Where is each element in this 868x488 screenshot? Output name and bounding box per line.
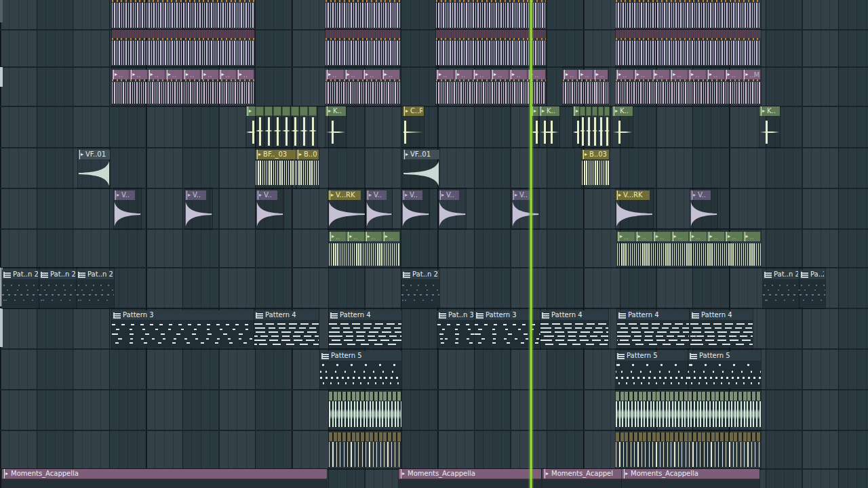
- pattern-clip[interactable]: Pat..n 2: [401, 268, 439, 308]
- audio-clip-icon: ▸: [744, 70, 748, 79]
- audio-clip-icon: ▸: [618, 232, 623, 241]
- clip-label: Pattern 5: [331, 351, 362, 361]
- pattern-clip[interactable]: Pattern 3: [112, 308, 254, 349]
- audio-clip-segment: ▸..: [491, 70, 509, 79]
- audio-clip[interactable]: ▸C..RK: [403, 106, 424, 147]
- pattern-clip[interactable]: Pattern 4: [329, 308, 401, 349]
- audio-clip[interactable]: ▸VF..01: [78, 148, 110, 188]
- clip-header: [326, 30, 400, 38]
- clip-header: ▸K..: [760, 106, 780, 116]
- audio-clip[interactable]: [616, 430, 761, 469]
- audio-clip-icon: ▸: [692, 190, 696, 200]
- audio-clip-icon: ▸: [167, 70, 171, 79]
- audio-clip[interactable]: [329, 390, 401, 430]
- audio-clip[interactable]: ▸..▸..▸..▸..▸..▸..▸..▸..: [617, 229, 761, 268]
- pattern-clip[interactable]: Pat..n 3: [437, 308, 475, 349]
- pattern-clip[interactable]: Pat..n 2: [2, 268, 39, 308]
- audio-clip[interactable]: [616, 390, 761, 430]
- audio-clip-segment: [282, 106, 291, 147]
- pattern-clip[interactable]: Pattern 4: [690, 308, 753, 349]
- audio-clip[interactable]: ▸VF..01: [403, 148, 439, 188]
- pattern-clip[interactable]: Pat..n 2: [39, 268, 77, 308]
- audio-clip-segment: ▸..: [707, 70, 725, 79]
- audio-clip[interactable]: [616, 0, 761, 29]
- audio-clip-icon: ▸: [579, 70, 583, 79]
- audio-clip[interactable]: ▸Moments_Acappella: [622, 469, 760, 488]
- audio-clip[interactable]: [256, 106, 317, 147]
- pattern-clip[interactable]: Pa..2: [800, 268, 825, 308]
- audio-clip[interactable]: ▸..▸..▸..▸..▸..▸..▸..▸..: [112, 67, 254, 106]
- audio-clip[interactable]: [112, 30, 254, 66]
- pattern-clip[interactable]: Pat..n 2: [763, 268, 800, 308]
- audio-clip-icon: ▸: [238, 70, 242, 79]
- audio-clip[interactable]: [326, 0, 400, 29]
- audio-clip[interactable]: ▸K..: [539, 106, 559, 147]
- audio-clip[interactable]: ▸: [573, 106, 580, 147]
- clip-header: Pattern 4: [254, 310, 319, 320]
- beat-ticks: [112, 0, 254, 2]
- pattern-clip[interactable]: Pattern 4: [617, 308, 689, 349]
- audio-clip[interactable]: [112, 0, 254, 29]
- audio-clip-icon: ▸: [368, 190, 372, 200]
- clip-header: Pattern 3: [112, 310, 254, 320]
- audio-clip[interactable]: ▸..▸..▸..▸..▸..▸..▸..▸..M: [616, 67, 761, 106]
- audio-clip[interactable]: ▸V...RK: [328, 188, 366, 229]
- waveform: [326, 3, 400, 28]
- audio-clip-segment: ▸..: [165, 70, 183, 79]
- audio-clip[interactable]: ▸B..03: [582, 148, 609, 188]
- pattern-clip[interactable]: Pattern 4: [254, 308, 319, 349]
- beat-ticks: [112, 38, 254, 40]
- audio-clip[interactable]: [329, 430, 401, 469]
- audio-clip[interactable]: ▸B..03: [296, 148, 319, 188]
- audio-clip[interactable]: ▸V...RK: [616, 188, 653, 229]
- pattern-clip[interactable]: Pattern 5: [616, 349, 688, 390]
- audio-clip[interactable]: ▸Moments_Acappel: [542, 469, 622, 488]
- audio-clip[interactable]: ▸V..: [439, 188, 466, 229]
- clip-header: Pat..n 2: [763, 270, 800, 279]
- clip-header: Pat..n 3: [437, 310, 475, 320]
- audio-clip[interactable]: ▸..▸..▸..▸..: [326, 67, 400, 106]
- audio-clip[interactable]: ▸V..: [402, 188, 429, 229]
- swell-waveform: [78, 161, 110, 186]
- audio-clip[interactable]: ▸V..: [512, 188, 539, 229]
- playhead[interactable]: [528, 0, 534, 488]
- clip-label: V...RK: [336, 190, 355, 200]
- audio-clip[interactable]: ▸Moments_Acappella: [399, 469, 541, 488]
- audio-clip[interactable]: ▸..▸..▸..: [563, 67, 608, 106]
- pattern-clip[interactable]: Pattern 5: [320, 349, 401, 390]
- audio-clip[interactable]: ▸V..: [185, 188, 212, 229]
- midi-notes: [763, 279, 800, 307]
- pattern-clip[interactable]: Pattern 4: [540, 308, 608, 349]
- audio-clip[interactable]: ▸K..: [760, 106, 780, 147]
- audio-clip-icon: ▸: [624, 469, 628, 479]
- audio-clip[interactable]: ▸K..: [612, 106, 633, 147]
- audio-clip[interactable]: ▸V..: [114, 188, 141, 229]
- audio-clip[interactable]: [580, 106, 610, 147]
- midi-notes: [540, 320, 608, 348]
- audio-clip[interactable]: ▸V..: [256, 188, 283, 229]
- audio-clip[interactable]: ▸V..: [366, 188, 392, 229]
- clip-label: Pa..2: [810, 270, 824, 279]
- audio-clip[interactable]: [326, 30, 400, 66]
- pattern-clip[interactable]: Pat..n 2: [77, 268, 114, 308]
- pattern-clip[interactable]: Pattern 5: [688, 349, 761, 390]
- clip-header: ▸V..: [690, 190, 711, 200]
- audio-clip[interactable]: ▸: [246, 106, 256, 147]
- audio-clip-icon: ▸: [614, 106, 618, 116]
- audio-clip-segment: ▸..: [329, 232, 347, 241]
- playlist-grid[interactable]: ▸..▸..▸..▸..▸..▸..▸..▸..▸..▸..▸..▸..▸..▸…: [0, 0, 868, 488]
- clip-header: Pat..n 2: [77, 270, 114, 279]
- clip-label: V..: [121, 190, 130, 200]
- audio-clip-segment: ▸..: [130, 70, 147, 79]
- audio-clip[interactable]: ▸V..: [690, 188, 717, 229]
- audio-clip[interactable]: ▸K..: [326, 106, 346, 147]
- clip-header: ▸B..03: [296, 150, 319, 159]
- audio-clip[interactable]: [616, 30, 761, 66]
- audio-clip[interactable]: ▸Moments_Acappella: [2, 469, 327, 488]
- audio-clip-icon: ▸: [364, 70, 368, 79]
- audio-clip[interactable]: ▸..▸..▸..▸..: [329, 229, 400, 268]
- audio-clip[interactable]: ▸BF.._03: [256, 148, 296, 188]
- clip-header: ▸..▸..▸..▸..▸..▸..▸..▸..: [617, 232, 761, 241]
- spike-waveform: [573, 119, 580, 145]
- clip-header: Pattern 4: [690, 310, 753, 320]
